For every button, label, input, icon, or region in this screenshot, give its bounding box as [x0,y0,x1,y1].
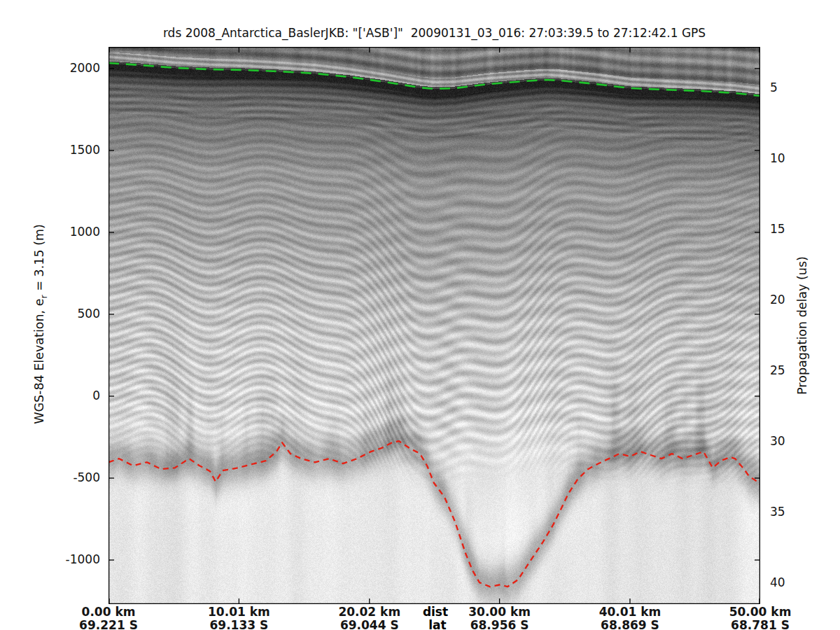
distance-tick-label: 30.00 km [454,605,545,620]
elevation-tick-label: 2000 [42,61,100,76]
distance-tick-label: 50.00 km [715,605,806,620]
latitude-tick-label: 68.781 S [715,618,806,630]
delay-tick-label: 5 [770,80,812,95]
latitude-tick-label: 69.044 S [324,618,415,630]
delay-tick-label: 10 [770,151,812,166]
figure-title: rds 2008_Antarctica_BaslerJKB: "['ASB']"… [108,26,760,40]
elevation-tick-label: 1000 [42,225,100,239]
latitude-tick-label: 69.133 S [193,618,284,630]
latitude-tick-label: 68.956 S [454,618,545,630]
delay-tick-label: 30 [770,434,812,449]
elevation-tick-label: 500 [42,307,100,321]
left-axis-label-sub: r [38,295,49,298]
elevation-tick-label: -1000 [42,552,100,567]
distance-tick-label: 40.01 km [584,605,676,620]
elevation-tick-label: 0 [42,388,100,403]
delay-tick-label: 25 [770,363,812,378]
latitude-tick-label: 68.869 S [584,618,676,630]
radargram-figure: rds 2008_Antarctica_BaslerJKB: "['ASB']"… [0,0,840,630]
elevation-tick-label: 1500 [42,143,100,158]
radargram-plot-canvas [108,47,760,604]
delay-tick-label: 15 [770,222,812,237]
delay-tick-label: 40 [770,575,812,590]
delay-tick-label: 35 [770,505,812,519]
elevation-tick-label: -500 [42,470,100,485]
distance-tick-label: 0.00 km [63,605,154,620]
distance-tick-label: 10.01 km [193,605,284,620]
distance-tick-label: 20.02 km [324,605,415,620]
latitude-tick-label: 69.221 S [63,618,154,630]
delay-tick-label: 20 [770,293,812,307]
